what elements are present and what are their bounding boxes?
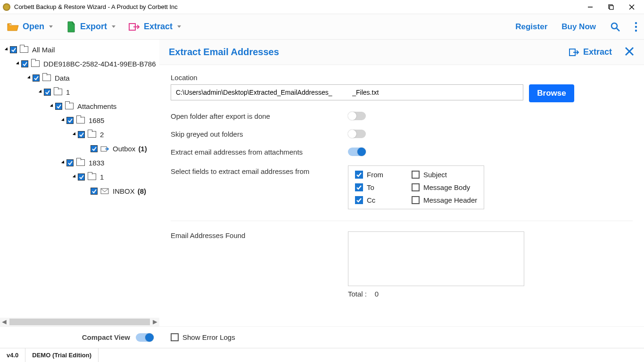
tree-item-guid[interactable]: DDE918BC-2582-4D41-99EB-B786 — [0, 57, 159, 71]
tree-item-1685[interactable]: 1685 — [0, 113, 159, 127]
search-icon — [610, 22, 620, 32]
fields-box: From To Cc Subject Message Body Message … — [348, 165, 484, 209]
scrollbar-thumb[interactable] — [9, 319, 150, 325]
export-label: Export — [80, 22, 107, 32]
tree-item-all-mail[interactable]: All Mail — [0, 42, 159, 57]
show-error-logs-label: Show Error Logs — [182, 333, 235, 341]
search-button[interactable] — [610, 22, 620, 32]
checkbox[interactable] — [66, 159, 74, 166]
caret-down-icon — [177, 25, 181, 28]
svg-line-7 — [617, 28, 619, 31]
tree-item-data[interactable]: Data — [0, 71, 159, 85]
field-label: Message Header — [423, 196, 477, 204]
horizontal-scrollbar[interactable]: ◄ ► — [0, 318, 159, 326]
svg-point-9 — [635, 25, 637, 27]
browse-button[interactable]: Browse — [529, 84, 574, 102]
svg-point-8 — [635, 22, 637, 24]
export-button[interactable]: Export — [66, 21, 116, 33]
field-from-checkbox[interactable]: From — [355, 171, 383, 179]
chevron-down-icon — [73, 174, 77, 179]
caret-down-icon — [49, 25, 53, 28]
location-input[interactable] — [171, 84, 523, 100]
extract-button[interactable]: Extract — [129, 22, 181, 32]
checkbox[interactable] — [66, 117, 74, 124]
checkbox[interactable] — [55, 103, 62, 110]
checkbox[interactable] — [44, 89, 51, 96]
from-attachments-label: Extract email addresses from attachments — [171, 148, 348, 156]
field-body-checkbox[interactable]: Message Body — [412, 183, 477, 191]
location-label: Location — [171, 74, 633, 82]
scroll-left-icon[interactable]: ◄ — [0, 318, 8, 326]
close-panel-button[interactable] — [624, 45, 635, 60]
scroll-right-icon[interactable]: ► — [151, 318, 159, 326]
chevron-down-icon — [50, 104, 54, 108]
total-label: Total : — [348, 290, 367, 298]
field-subject-checkbox[interactable]: Subject — [412, 171, 477, 179]
addresses-found-box — [348, 231, 524, 286]
folder-open-icon — [7, 22, 19, 32]
field-label: Subject — [423, 171, 447, 179]
tree-label: 2 — [100, 131, 104, 139]
window-title: Corbett Backup & Restore Wizard - A Prod… — [14, 3, 178, 10]
maximize-button[interactable] — [606, 2, 616, 12]
tree-item-1833[interactable]: 1833 — [0, 156, 159, 170]
toolbar: Open Export Extract Register Buy Now — [0, 14, 644, 40]
open-folder-label: Open folder after export is done — [171, 112, 348, 120]
item-count: (8) — [138, 187, 146, 195]
addresses-found-label: Email Addresses Found — [171, 231, 348, 239]
open-folder-toggle[interactable] — [348, 112, 366, 120]
chevron-down-icon — [27, 75, 32, 80]
open-label: Open — [23, 22, 44, 32]
total-value: 0 — [375, 290, 379, 298]
checkbox[interactable] — [78, 173, 85, 181]
tree-item-outbox[interactable]: Outbox (1) — [0, 141, 159, 156]
close-button[interactable] — [627, 2, 636, 12]
chevron-down-icon — [61, 118, 66, 122]
tree-item-attachments[interactable]: Attachments — [0, 99, 159, 113]
field-to-checkbox[interactable]: To — [355, 183, 383, 191]
from-attachments-toggle[interactable] — [348, 148, 366, 156]
checkbox[interactable] — [33, 74, 40, 82]
tree-label: 1 — [100, 173, 104, 181]
show-error-logs-checkbox[interactable]: Show Error Logs — [171, 333, 633, 341]
panel-title: Extract Email Addresses — [169, 47, 279, 58]
buy-now-link[interactable]: Buy Now — [561, 22, 596, 32]
checkbox[interactable] — [91, 188, 98, 195]
checkbox[interactable] — [21, 60, 28, 67]
tree-item-2[interactable]: 2 — [0, 127, 159, 141]
field-header-checkbox[interactable]: Message Header — [412, 196, 477, 204]
checkbox[interactable] — [91, 145, 98, 152]
chevron-down-icon — [73, 132, 77, 136]
tree-label: DDE918BC-2582-4D41-99EB-B786 — [43, 60, 156, 68]
tree-label: 1833 — [89, 159, 104, 167]
skip-greyed-toggle[interactable] — [348, 130, 366, 138]
checkbox[interactable] — [78, 131, 85, 138]
checkbox[interactable] — [10, 46, 17, 53]
compact-view-toggle[interactable] — [136, 333, 154, 342]
field-label: Message Body — [423, 183, 470, 191]
folder-icon — [20, 46, 28, 53]
tree-label: INBOX — [113, 187, 135, 195]
tree-label: 1 — [66, 88, 70, 96]
more-button[interactable] — [635, 22, 637, 32]
tree-item-inbox[interactable]: INBOX (8) — [0, 184, 159, 198]
extract-action-button[interactable]: Extract — [569, 47, 612, 57]
open-button[interactable]: Open — [7, 22, 53, 32]
divider — [171, 221, 633, 221]
statusbar: v4.0 DEMO (Trial Edition) . — [0, 348, 644, 362]
tree-item-1a[interactable]: 1 — [0, 85, 159, 99]
folder-icon — [42, 74, 51, 81]
svg-point-10 — [635, 29, 637, 31]
register-link[interactable]: Register — [515, 22, 547, 32]
chevron-down-icon — [16, 61, 20, 66]
tree-label: Attachments — [77, 102, 116, 110]
field-cc-checkbox[interactable]: Cc — [355, 196, 383, 204]
field-label: To — [367, 183, 374, 191]
item-count: (1) — [138, 145, 147, 153]
field-label: Cc — [367, 196, 375, 204]
tree-label: 1685 — [89, 116, 104, 124]
minimize-button[interactable] — [586, 2, 595, 12]
tree-item-1b[interactable]: 1 — [0, 170, 159, 184]
tree-label: Data — [55, 74, 70, 82]
mail-icon — [100, 188, 109, 194]
